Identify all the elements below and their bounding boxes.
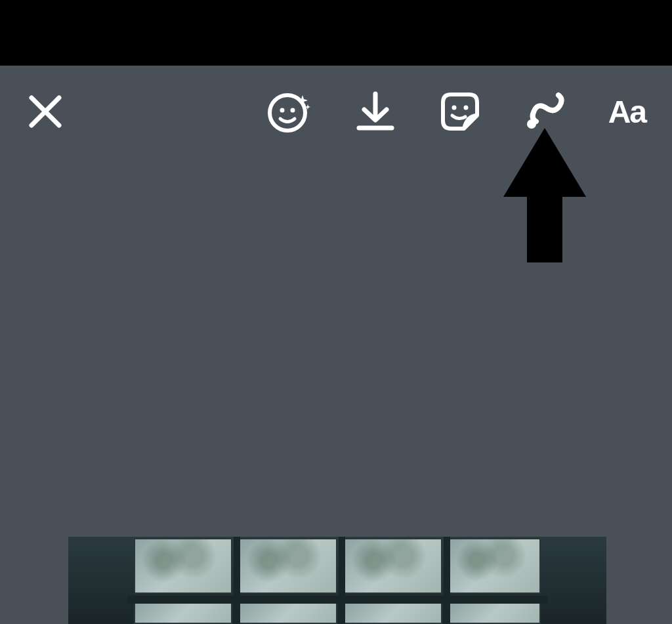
status-bar xyxy=(0,0,672,66)
toolbar-actions: Aa xyxy=(266,89,646,135)
sticker-icon xyxy=(439,91,481,133)
sparkle-face-icon xyxy=(266,89,312,135)
text-button[interactable]: Aa xyxy=(608,94,646,130)
effects-button[interactable] xyxy=(266,89,312,135)
download-button[interactable] xyxy=(354,90,397,133)
close-icon xyxy=(26,93,64,131)
svg-marker-10 xyxy=(503,128,586,262)
svg-point-8 xyxy=(463,106,468,110)
sticker-button[interactable] xyxy=(439,91,481,133)
svg-point-9 xyxy=(527,119,536,129)
photo-preview[interactable] xyxy=(68,537,606,624)
squiggle-draw-icon xyxy=(523,90,566,133)
text-icon: Aa xyxy=(608,94,646,130)
download-icon xyxy=(354,90,397,133)
close-button[interactable] xyxy=(26,93,64,131)
draw-button[interactable] xyxy=(523,90,566,133)
svg-point-7 xyxy=(452,106,456,110)
svg-point-4 xyxy=(290,108,295,113)
svg-point-3 xyxy=(280,108,284,113)
window-scene xyxy=(127,537,547,624)
annotation-arrow xyxy=(502,128,587,268)
